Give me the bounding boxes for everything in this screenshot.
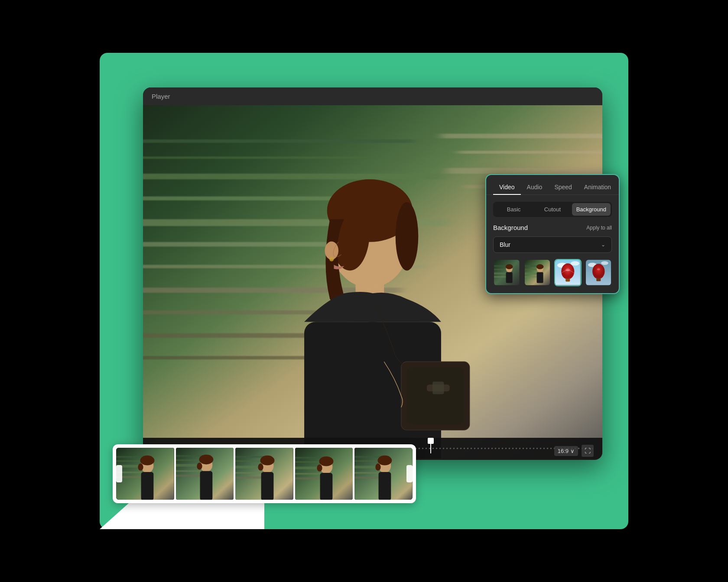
tab-audio[interactable]: Audio [521, 180, 549, 195]
svg-point-77 [197, 462, 202, 469]
aspect-ratio-label: 16:9 [558, 448, 569, 454]
svg-rect-13 [458, 151, 602, 154]
thumbnail-4[interactable] [585, 259, 612, 286]
fullscreen-button[interactable]: ⛶ [582, 445, 594, 457]
svg-point-67 [138, 463, 143, 470]
tab-animation[interactable]: Animation [578, 180, 617, 195]
subtab-basic[interactable]: Basic [494, 203, 533, 216]
film-frame-2 [176, 448, 234, 500]
section-header: Background Apply to all [493, 224, 612, 231]
svg-point-107 [376, 463, 381, 470]
playhead-head [428, 438, 434, 444]
svg-point-97 [317, 464, 322, 471]
subtab-background[interactable]: Background [572, 203, 611, 216]
svg-rect-68 [141, 472, 154, 500]
filmstrip-handle-right[interactable] [406, 465, 413, 482]
svg-point-96 [319, 456, 333, 466]
section-title: Background [493, 224, 528, 231]
svg-rect-36 [506, 272, 513, 283]
panel-tabs: Video Audio Speed Animation [486, 175, 619, 195]
svg-rect-39 [525, 269, 537, 270]
svg-rect-3 [143, 174, 441, 179]
svg-rect-31 [494, 269, 508, 270]
monitor-header: Player [143, 87, 602, 105]
thumbnail-1[interactable] [493, 259, 520, 286]
playhead-line [430, 444, 431, 453]
scene-wrapper: Player [100, 53, 628, 529]
filmstrip [116, 448, 413, 500]
svg-point-35 [506, 264, 513, 269]
svg-point-43 [536, 264, 543, 269]
svg-point-48 [561, 263, 574, 279]
thumbnail-2[interactable] [524, 259, 551, 286]
svg-point-76 [199, 455, 213, 465]
svg-point-54 [601, 261, 608, 265]
svg-rect-44 [536, 272, 543, 283]
timeline-playhead[interactable] [428, 438, 434, 453]
film-frame-1 [116, 448, 174, 500]
film-frame-3 [235, 448, 293, 500]
aspect-chevron-icon: ∨ [570, 448, 575, 454]
fullscreen-icon: ⛶ [585, 447, 591, 454]
svg-rect-26 [407, 367, 464, 424]
blur-dropdown[interactable]: Blur ⌄ [493, 236, 612, 253]
svg-point-24 [329, 257, 334, 262]
player-label: Player [152, 93, 170, 100]
svg-point-66 [140, 456, 154, 466]
video-controls: 16:9 ∨ ⛶ [554, 445, 594, 457]
svg-point-87 [258, 463, 263, 470]
svg-rect-98 [320, 473, 332, 500]
blur-dropdown-value: Blur [500, 241, 510, 248]
svg-rect-1 [143, 139, 413, 143]
svg-point-86 [260, 456, 275, 466]
svg-rect-78 [200, 471, 212, 500]
film-frame-4 [295, 448, 353, 500]
svg-point-55 [592, 264, 604, 279]
filmstrip-wrapper [113, 444, 416, 503]
svg-rect-2 [143, 156, 367, 158]
svg-point-22 [396, 202, 419, 271]
dropdown-arrow-icon: ⌄ [601, 242, 605, 248]
aspect-ratio-button[interactable]: 16:9 ∨ [554, 446, 578, 456]
subtab-cutout[interactable]: Cutout [533, 203, 572, 216]
filmstrip-handle-left[interactable] [116, 465, 122, 482]
sub-tabs: Basic Cutout Background [493, 202, 612, 217]
film-frame-5 [354, 448, 413, 500]
properties-panel: Video Audio Speed Animation Basic Cutout [485, 174, 620, 294]
svg-point-106 [378, 456, 392, 466]
svg-rect-12 [441, 134, 602, 139]
svg-rect-14 [447, 168, 602, 174]
tab-speed[interactable]: Speed [548, 180, 578, 195]
svg-rect-28 [432, 382, 444, 394]
apply-all-link[interactable]: Apply to all [586, 225, 612, 231]
thumbnail-3[interactable] [554, 259, 582, 286]
svg-rect-108 [379, 472, 391, 500]
thumbnail-grid [493, 259, 612, 286]
panel-body: Basic Cutout Background Background Apply… [486, 195, 619, 293]
tab-video[interactable]: Video [493, 180, 521, 195]
svg-point-47 [571, 261, 579, 265]
svg-rect-88 [261, 472, 274, 500]
